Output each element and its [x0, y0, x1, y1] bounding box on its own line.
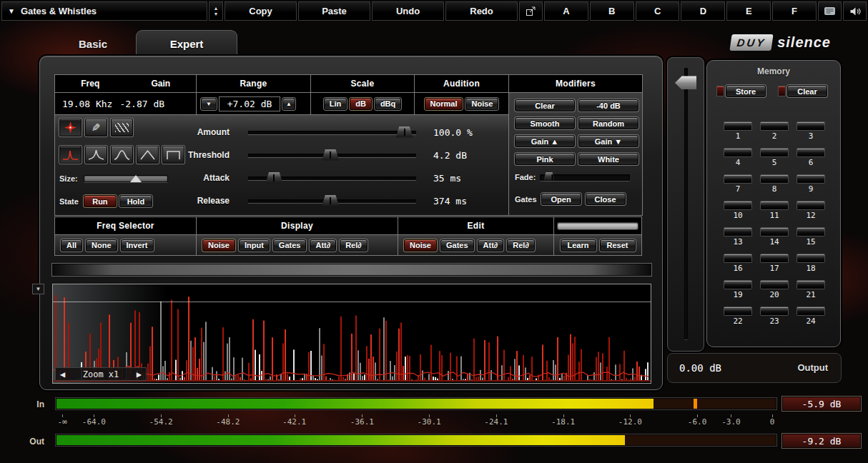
out-level-value: -9.2 dB [802, 436, 842, 447]
amount-label: Amount [55, 127, 248, 137]
output-fader-track[interactable] [684, 68, 688, 339]
reset-button[interactable]: Reset [600, 239, 636, 252]
audition-noise-button[interactable]: Noise [465, 98, 498, 110]
zoom-out-icon[interactable]: ◀ [60, 369, 65, 379]
preset-selector[interactable]: ▼ Gates & Whistles [1, 1, 207, 21]
memory-slot-button-9[interactable] [797, 175, 824, 183]
release-slider-thumb[interactable] [322, 195, 339, 206]
memory-slot-24: 24 [797, 307, 824, 326]
freq-selector-none-button[interactable]: None [86, 239, 117, 252]
store-button[interactable]: Store [726, 85, 766, 97]
release-slider-track[interactable] [248, 199, 416, 203]
display-rel-button[interactable]: Rel∂ [340, 239, 368, 252]
range-up-button[interactable]: ▲ [282, 98, 295, 110]
memory-slot-button-6[interactable] [797, 149, 824, 156]
memory-slot-button-18[interactable] [797, 254, 824, 262]
memory-slot-button-20[interactable] [761, 281, 788, 289]
memory-slot-3: 3 [797, 122, 824, 141]
edit-att-button[interactable]: Att∂ [478, 239, 504, 252]
memory-slot-button-14[interactable] [761, 228, 788, 236]
memory-slot-button-24[interactable] [797, 307, 824, 315]
memory-slot-button-13[interactable] [724, 228, 751, 236]
range-down-button[interactable]: ▼ [201, 98, 217, 110]
preset-down-icon[interactable]: ▼ [214, 11, 219, 16]
memory-slot-button-8[interactable] [761, 175, 788, 183]
redo-button[interactable]: Redo [445, 1, 518, 21]
modifier-clear-button[interactable]: Clear [515, 99, 575, 111]
modifier-gain-button[interactable]: Gain ▼ [578, 135, 638, 147]
memory-slot-button-23[interactable] [761, 307, 788, 315]
slot-f-button[interactable]: F [772, 1, 817, 21]
scale-dbq-button[interactable]: dBq [375, 98, 401, 110]
modifier-gain-button[interactable]: Gain ▲ [515, 135, 575, 147]
slot-c-button[interactable]: C [636, 1, 680, 21]
memory-slot-button-1[interactable] [724, 122, 751, 130]
display-noise-button[interactable]: Noise [202, 239, 235, 252]
fade-slider-thumb[interactable] [543, 172, 554, 181]
zoom-in-icon[interactable]: ▶ [137, 369, 142, 379]
edit-noise-button[interactable]: Noise [404, 239, 437, 252]
threshold-slider-thumb[interactable] [322, 149, 339, 161]
memory-slot-button-5[interactable] [761, 149, 788, 156]
scale-db-button[interactable]: dB [350, 98, 372, 110]
clear-button[interactable]: Clear [787, 85, 827, 97]
preset-up-icon[interactable]: ▲ [214, 6, 219, 11]
display-toggle-button[interactable] [818, 1, 842, 21]
copy-button[interactable]: Copy [225, 1, 297, 21]
modifier-pink-button[interactable]: Pink [515, 153, 575, 165]
modifier-40-db-button[interactable]: -40 dB [578, 99, 638, 111]
output-fader-handle[interactable] [675, 76, 696, 89]
audition-normal-button[interactable]: Normal [425, 98, 463, 110]
memory-slot-button-21[interactable] [797, 281, 824, 289]
export-preset-button[interactable] [519, 1, 543, 21]
fade-slider-track[interactable] [540, 174, 630, 181]
memory-slot-button-4[interactable] [724, 149, 751, 156]
scale-lin-button[interactable]: Lin [324, 98, 347, 110]
modifier-white-button[interactable]: White [578, 153, 638, 165]
display-input-button[interactable]: Input [239, 239, 270, 252]
scale-label: -6.0 [688, 417, 707, 427]
paste-button[interactable]: Paste [298, 1, 370, 21]
duy-logo: DUY [730, 34, 774, 51]
threshold-value: 4.2 dB [416, 150, 467, 161]
memory-slot-button-19[interactable] [724, 281, 751, 289]
memory-slots: 123456789101112131415161718192021222324 [724, 122, 824, 326]
modifier-smooth-button[interactable]: Smooth [515, 117, 575, 129]
spectrum-marker-button[interactable]: ▼ [32, 284, 44, 294]
memory-slot-button-16[interactable] [724, 254, 751, 262]
memory-slot-button-15[interactable] [797, 228, 824, 236]
slot-d-button[interactable]: D [681, 1, 725, 21]
learn-button[interactable]: Learn [561, 239, 596, 252]
memory-slot-button-12[interactable] [797, 201, 824, 209]
freq-selector-all-button[interactable]: All [61, 239, 82, 252]
memory-slot-button-17[interactable] [761, 254, 788, 262]
slot-b-button[interactable]: B [590, 1, 634, 21]
display-att-button[interactable]: Att∂ [310, 239, 336, 252]
audio-monitor-button[interactable] [843, 1, 867, 21]
gates-close-button[interactable]: Close [586, 193, 626, 205]
amount-slider-track[interactable] [248, 131, 416, 134]
display-gates-button[interactable]: Gates [273, 239, 307, 252]
attack-slider-track[interactable] [248, 176, 416, 180]
attack-slider-thumb[interactable] [265, 172, 282, 184]
spectrum-overview-bar[interactable] [52, 264, 651, 276]
memory-slot-button-11[interactable] [761, 201, 788, 209]
edit-rel-button[interactable]: Rel∂ [507, 239, 535, 252]
amount-slider-thumb[interactable] [396, 126, 413, 138]
memory-slot-button-7[interactable] [724, 175, 751, 183]
memory-slot-button-3[interactable] [797, 122, 824, 130]
gates-open-button[interactable]: Open [541, 193, 581, 205]
threshold-slider-track[interactable] [248, 154, 416, 157]
slot-e-button[interactable]: E [726, 1, 771, 21]
modifier-random-button[interactable]: Random [578, 117, 638, 129]
memory-slot-button-2[interactable] [761, 122, 788, 130]
slot-a-button[interactable]: A [544, 1, 588, 21]
spectrum-display[interactable]: ◀ Zoom x1 ▶ [52, 284, 651, 384]
undo-button[interactable]: Undo [372, 1, 444, 21]
edit-gates-button[interactable]: Gates [440, 239, 474, 252]
tab-basic[interactable]: Basic [61, 33, 125, 54]
freq-selector-invert-button[interactable]: Invert [121, 239, 154, 252]
memory-slot-button-22[interactable] [724, 307, 751, 315]
tab-expert[interactable]: Expert [136, 30, 237, 56]
memory-slot-button-10[interactable] [724, 201, 751, 209]
